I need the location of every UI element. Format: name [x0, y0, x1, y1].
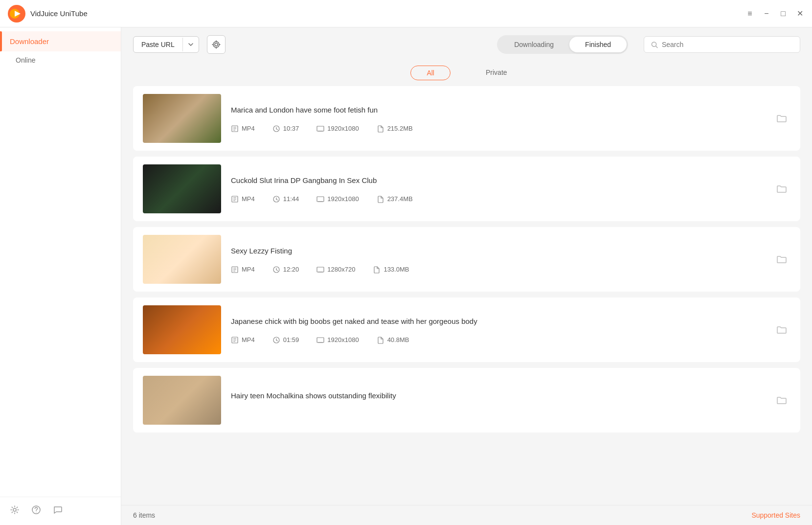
sub-tab-all[interactable]: All: [410, 66, 451, 80]
duration-item: 12:20: [272, 266, 299, 274]
video-info: Marica and London have some foot fetish …: [231, 105, 763, 133]
svg-line-20: [276, 129, 278, 130]
sidebar: Downloader Online: [0, 27, 121, 525]
sub-tabs: All Private: [121, 62, 812, 86]
sub-tab-private[interactable]: Private: [470, 66, 523, 80]
video-meta: MP4 10:37 1920x1080: [231, 125, 763, 133]
clipboard-button[interactable]: [207, 35, 226, 54]
main-layout: Downloader Online: [0, 27, 812, 525]
svg-point-3: [13, 508, 16, 511]
sidebar-item-downloader[interactable]: Downloader: [0, 31, 121, 51]
open-folder-button[interactable]: [773, 180, 790, 198]
video-thumbnail: [143, 94, 221, 143]
video-card: Japanese chick with big boobs get naked …: [133, 297, 800, 362]
svg-line-47: [276, 340, 278, 341]
search-input[interactable]: [662, 41, 793, 48]
size-item: 133.0MB: [373, 266, 409, 274]
video-title: Hairy teen Mochalkina shows outstanding …: [231, 390, 763, 401]
format-item: MP4: [231, 125, 255, 133]
maximize-button[interactable]: □: [779, 9, 788, 18]
resolution-item: 1920x1080: [316, 336, 359, 344]
svg-rect-48: [317, 338, 324, 342]
svg-line-38: [276, 270, 278, 271]
video-thumbnail: [143, 305, 221, 354]
resolution-item: 1280x720: [316, 266, 355, 274]
duration-item: 10:37: [272, 125, 299, 133]
svg-rect-21: [317, 126, 324, 131]
video-thumbnail: [143, 235, 221, 284]
svg-rect-39: [317, 267, 324, 272]
format-item: MP4: [231, 195, 255, 203]
video-meta: MP4 01:59 1920x1080: [231, 336, 763, 344]
open-folder-button[interactable]: [773, 391, 790, 409]
duration-item: 01:59: [272, 336, 299, 344]
video-title: Marica and London have some foot fetish …: [231, 105, 763, 115]
open-folder-button[interactable]: [773, 321, 790, 339]
help-icon[interactable]: [31, 505, 41, 517]
title-bar: VidJuice UniTube ≡ − □ ✕: [0, 0, 812, 27]
minimize-button[interactable]: −: [762, 9, 771, 18]
search-box: [644, 36, 800, 53]
duration-item: 11:44: [272, 195, 299, 203]
video-card: Hairy teen Mochalkina shows outstanding …: [133, 368, 800, 433]
resolution-item: 1920x1080: [316, 125, 359, 133]
video-meta: MP4 11:44 1920x1080: [231, 195, 763, 203]
video-thumbnail: [143, 164, 221, 213]
format-item: MP4: [231, 336, 255, 344]
svg-line-13: [656, 46, 657, 47]
content-area: Paste URL Downloading: [121, 27, 812, 525]
window-controls: ≡ − □ ✕: [745, 9, 804, 18]
video-thumbnail: [143, 376, 221, 425]
video-title: Sexy Lezzy Fisting: [231, 246, 763, 256]
sidebar-bottom: [0, 497, 121, 525]
svg-point-5: [36, 512, 36, 512]
video-info: Sexy Lezzy Fisting MP4 12:20: [231, 246, 763, 274]
sidebar-item-online[interactable]: Online: [0, 51, 121, 69]
svg-point-6: [213, 42, 219, 47]
footer: 6 items Supported Sites: [121, 505, 812, 525]
app-title: VidJuice UniTube: [30, 9, 88, 18]
video-card: Cuckold Slut Irina DP Gangbang In Sex Cl…: [133, 157, 800, 221]
resolution-item: 1920x1080: [316, 195, 359, 203]
video-title: Cuckold Slut Irina DP Gangbang In Sex Cl…: [231, 175, 763, 185]
svg-point-7: [215, 43, 218, 46]
close-button[interactable]: ✕: [795, 9, 804, 18]
format-item: MP4: [231, 266, 255, 274]
tab-switcher: Downloading Finished: [497, 35, 628, 54]
items-count: 6 items: [133, 511, 155, 519]
video-card: Marica and London have some foot fetish …: [133, 86, 800, 151]
paste-url-dropdown[interactable]: [182, 38, 199, 51]
video-title: Japanese chick with big boobs get naked …: [231, 316, 763, 326]
video-info: Cuckold Slut Irina DP Gangbang In Sex Cl…: [231, 175, 763, 203]
size-item: 215.2MB: [377, 125, 413, 133]
tab-finished[interactable]: Finished: [569, 37, 627, 52]
video-info: Hairy teen Mochalkina shows outstanding …: [231, 390, 763, 411]
video-card: Sexy Lezzy Fisting MP4 12:20: [133, 227, 800, 292]
open-folder-button[interactable]: [773, 110, 790, 127]
video-meta: MP4 12:20 1280x720: [231, 266, 763, 274]
menu-button[interactable]: ≡: [745, 9, 754, 18]
tab-downloading[interactable]: Downloading: [498, 37, 569, 52]
sidebar-nav: Downloader Online: [0, 27, 121, 497]
svg-rect-30: [317, 197, 324, 202]
chat-icon[interactable]: [53, 505, 63, 517]
size-item: 237.4MB: [377, 195, 413, 203]
app-logo: VidJuice UniTube: [8, 5, 745, 23]
paste-url-button[interactable]: Paste URL: [134, 37, 182, 52]
size-item: 40.8MB: [377, 336, 409, 344]
video-list: Marica and London have some foot fetish …: [121, 86, 812, 505]
paste-url-group: Paste URL: [133, 36, 199, 53]
open-folder-button[interactable]: [773, 251, 790, 268]
settings-icon[interactable]: [10, 505, 20, 517]
toolbar: Paste URL Downloading: [121, 27, 812, 62]
video-info: Japanese chick with big boobs get naked …: [231, 316, 763, 344]
svg-line-29: [276, 199, 278, 200]
search-icon: [651, 41, 658, 48]
supported-sites-link[interactable]: Supported Sites: [751, 511, 800, 519]
app-logo-icon: [8, 5, 25, 23]
